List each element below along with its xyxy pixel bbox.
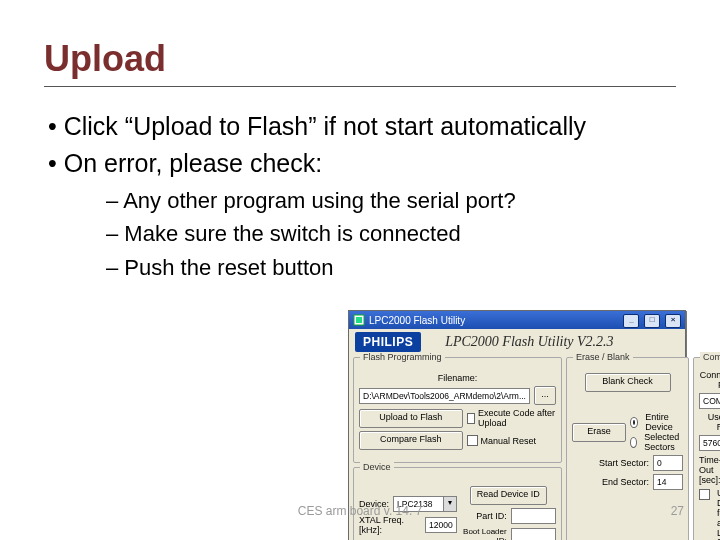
communication-legend: Communication <box>700 352 720 362</box>
minimize-button[interactable]: _ <box>623 314 639 328</box>
timeout-label: Time-Out [sec]: <box>699 455 720 485</box>
compare-flash-button[interactable]: Compare Flash <box>359 431 463 450</box>
execute-label: Execute Code after Upload <box>478 408 556 428</box>
erase-blank-legend: Erase / Blank <box>573 352 633 362</box>
flash-programming-group: Flash Programming Filename: D:\ARMDev\To… <box>353 357 562 463</box>
bootloader-id-field <box>511 528 556 540</box>
filename-label: Filename: <box>359 373 556 383</box>
erase-button[interactable]: Erase <box>572 423 626 442</box>
xtal-field[interactable]: 12000 <box>425 517 457 533</box>
baud-field[interactable]: 57600 <box>699 435 720 451</box>
manual-reset-checkbox[interactable] <box>467 435 478 446</box>
start-sector-label: Start Sector: <box>572 458 649 468</box>
entire-device-radio[interactable] <box>630 417 638 428</box>
blank-check-button[interactable]: Blank Check <box>585 373 671 392</box>
port-label: Connected To Port: <box>699 370 720 390</box>
bullet-2: On error, please check: Any other progra… <box>48 148 676 282</box>
selected-sectors-label: Selected Sectors <box>644 432 683 452</box>
title-rule <box>44 86 676 87</box>
sub-bullet-1: Any other program using the serial port? <box>106 186 676 216</box>
device-legend: Device <box>360 462 394 472</box>
browse-button[interactable]: ... <box>534 386 556 405</box>
dtr-rts-checkbox[interactable] <box>699 489 710 500</box>
maximize-button[interactable]: □ <box>644 314 660 328</box>
bullet-1: Click “Upload to Flash” if not start aut… <box>48 111 676 142</box>
window-title: LPC2000 Flash Utility <box>369 315 465 326</box>
footer-text: CES arm board v. 14. 7 <box>0 504 720 518</box>
sub-bullet-list: Any other program using the serial port?… <box>106 186 676 283</box>
read-device-id-button[interactable]: Read Device ID <box>470 486 547 505</box>
bootloader-id-label: Boot Loader ID: <box>461 527 507 540</box>
close-button[interactable]: × <box>665 314 681 328</box>
slide-title: Upload <box>44 38 676 80</box>
bullet-2-text: On error, please check: <box>64 149 322 177</box>
bullet-list: Click “Upload to Flash” if not start aut… <box>48 111 676 283</box>
filename-field[interactable]: D:\ARMDev\Tools2006_ARMdemo\2\Arm... <box>359 388 530 404</box>
port-field[interactable]: COM1 <box>699 393 720 409</box>
entire-device-label: Entire Device <box>645 412 683 432</box>
xtal-label: XTAL Freq. [kHz]: <box>359 515 421 535</box>
flash-programming-legend: Flash Programming <box>360 352 445 362</box>
start-sector-field[interactable]: 0 <box>653 455 683 471</box>
svg-rect-1 <box>356 317 362 323</box>
sub-bullet-3: Push the reset button <box>106 253 676 283</box>
app-icon <box>353 314 365 326</box>
manual-reset-label: Manual Reset <box>481 436 537 446</box>
baud-label: Use Baud Rate: <box>699 412 720 432</box>
titlebar: LPC2000 Flash Utility _ □ × <box>349 311 685 329</box>
philips-logo: PHILIPS <box>355 332 421 352</box>
sub-bullet-2: Make sure the switch is connected <box>106 219 676 249</box>
product-title: LPC2000 Flash Utility V2.2.3 <box>445 334 613 350</box>
execute-checkbox[interactable] <box>467 413 476 424</box>
page-number: 27 <box>671 504 684 518</box>
selected-sectors-radio[interactable] <box>630 437 637 448</box>
end-sector-field[interactable]: 14 <box>653 474 683 490</box>
upload-to-flash-button[interactable]: Upload to Flash <box>359 409 463 428</box>
end-sector-label: End Sector: <box>572 477 649 487</box>
